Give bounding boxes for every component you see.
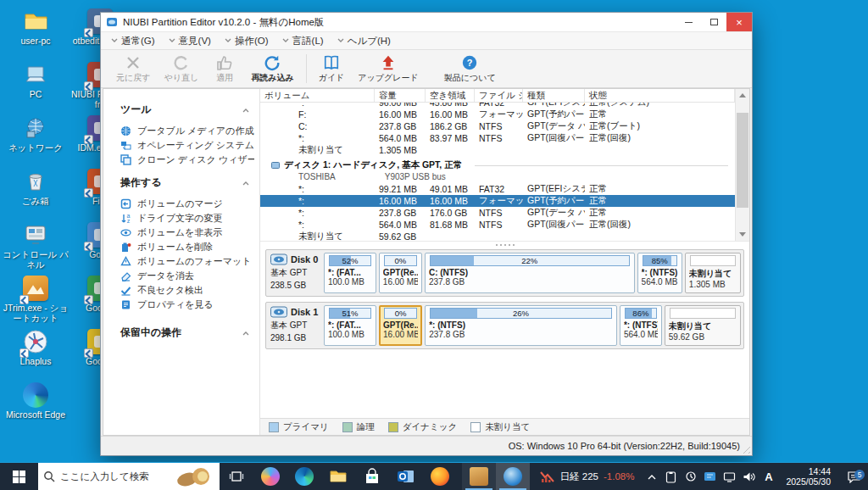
partition-block[interactable]: 未割り当て 59.62 GB [665,305,741,346]
shortcut-arrow-icon [84,81,93,91]
tray-clipboard-icon[interactable] [662,463,680,490]
taskbar-app-explorer[interactable] [321,463,355,490]
menu-item[interactable]: 言語(L) [279,33,331,49]
column-header[interactable]: 空き領域 [426,89,475,102]
menu-item[interactable]: ヘルプ(H) [334,33,398,49]
disk1-info[interactable]: Disk 1 基本 GPT 298.1 GB [269,305,321,346]
desktop-icon-edge[interactable]: Microsoft Edge [3,381,68,434]
resize-grip[interactable] [740,443,750,454]
volume-row[interactable]: *: 99.21 MB 49.01 MB FAT32 GPT(EFIシステム..… [260,183,735,195]
news-widget[interactable]: 日経 225 -1.08% [531,463,643,490]
scroll-down-icon[interactable] [736,228,749,241]
taskbar-app-niubi[interactable] [496,463,530,490]
sidebar-item-clone-disk[interactable]: クローン ディスク ウィザード [120,153,254,167]
start-button[interactable] [0,463,38,490]
tray-display-icon[interactable] [701,463,719,490]
partition-block[interactable]: 26% *: (NTFS) 237.8 GB [425,305,617,346]
sidebar-item-properties[interactable]: プロパティを見る [120,298,254,312]
partition-block[interactable]: 86% *: (NTFS) 564.0 MB [620,305,662,346]
partition-block[interactable]: 85% *: (NTFS) 564.0 MB [637,253,682,293]
sidebar-item-delete-volume[interactable]: ボリュームを削除 [120,240,254,254]
volume-row[interactable]: 未割り当て 59.62 GB [260,231,735,241]
sidebar-section-pending[interactable]: 保留中の操作 [120,326,254,340]
hidden-icons-chevron[interactable] [643,463,660,490]
volume-row[interactable]: *: 16.00 MB 16.00 MB フォーマットさ... GPT(予約パー… [260,195,735,207]
column-header[interactable]: ボリューム [260,89,375,102]
volume-row[interactable]: *: 237.8 GB 176.0 GB NTFS GPT(データ パーテ...… [260,207,735,219]
volume-row[interactable]: *: 96.00 MB 45.80 MB FAT32 GPT(EFIシステム..… [260,103,735,109]
maximize-button[interactable] [701,13,726,31]
action-center-button[interactable]: 5 [839,471,868,483]
splitter-handle[interactable] [260,242,749,248]
disk1-group-header[interactable]: ディスク 1: ハードディスク, 基本 GPT, 正常 [260,159,735,172]
volume-row[interactable]: *: 564.0 MB 83.97 MB NTFS GPT(回復パーティ... … [260,132,735,144]
disk0-info[interactable]: Disk 0 基本 GPT 238.5 GB [269,253,321,293]
sidebar-item-erase-data[interactable]: データを消去 [120,269,254,283]
desktop-icon-jtrim[interactable]: JTrim.exe - ショートカット [3,274,68,327]
sidebar-item-hide-volume[interactable]: ボリュームを非表示 [120,226,254,240]
column-header[interactable]: 状態 [585,89,735,102]
taskbar-app-copilot[interactable] [253,463,287,490]
legend-swatch [388,422,398,432]
undo-button[interactable]: 元に戻す [109,53,157,86]
about-button[interactable]: ? 製品について [437,53,503,86]
table-scrollbar[interactable] [735,89,749,241]
sidebar-item-os-migration[interactable]: オペレーティング システムの移行... [120,138,254,153]
column-header[interactable]: 容量 [375,89,426,102]
taskbar-app-store[interactable] [355,463,389,490]
menu-item[interactable]: 操作(O) [221,33,275,49]
volume-row[interactable]: C: 237.8 GB 186.2 GB NTFS GPT(データ パーテ...… [260,120,735,132]
search-highlight-image[interactable] [175,465,214,489]
sidebar-item-bad-sector-scan[interactable]: 不良セクタ検出 [120,283,254,298]
guide-button[interactable]: ガイド [312,53,352,86]
desktop-icon-control-panel[interactable]: コントロール パネル [3,220,68,274]
volume-row[interactable]: 未割り当て 1.305 MB [260,144,735,156]
desktop-icon-lhaplus[interactable]: Lhaplus [3,327,68,381]
sidebar-item-format-volume[interactable]: ボリュームのフォーマット [120,254,254,269]
partition-block[interactable]: 22% C: (NTFS) 237.8 GB [425,253,635,293]
partition-block[interactable]: 未割り当て 1.305 MB [685,253,741,293]
desktop-icon-recycle-bin[interactable]: ごみ箱 [3,167,68,220]
table-header[interactable]: ボリューム 容量 空き領域 ファイル シス... 種類 状態 [260,89,735,103]
sidebar-item-merge-volume[interactable]: ボリュームのマージ [120,197,254,211]
partition-block[interactable]: 0% GPT(Re... 16.00 MB [379,253,422,293]
apply-button[interactable]: 適用 [205,53,244,86]
desktop-icon-user-pc[interactable]: user-pc [3,7,68,60]
minimize-button[interactable] [676,13,701,31]
partition-block[interactable]: 51% *: (FAT... 100.0 MB [324,305,376,346]
sidebar-section-operations[interactable]: 操作する [120,175,254,190]
column-header[interactable]: 種類 [523,89,585,102]
partition-block[interactable]: 52% *: (FAT... 100.0 MB [324,253,376,293]
clock[interactable]: 14:44 2025/05/30 [779,466,837,487]
volume-row[interactable]: *: 564.0 MB 81.68 MB NTFS GPT(回復パーティ... … [260,219,735,231]
sidebar-section-tools[interactable]: ツール [120,103,254,117]
tray-sync-icon[interactable] [682,463,699,490]
speaker-icon[interactable] [740,463,758,490]
menu-item[interactable]: 意見(V) [165,33,218,49]
taskbar-app-firefox[interactable] [423,463,457,490]
scroll-up-icon[interactable] [736,89,749,102]
ime-mode-indicator[interactable]: A [760,463,777,490]
menu-item[interactable]: 通常(G) [108,33,162,49]
task-view-button[interactable] [220,463,253,490]
upgrade-button[interactable]: アップグレード [351,53,425,86]
sidebar-item-change-drive-letter[interactable]: az ドライブ文字の変更 [120,211,254,226]
partition-block[interactable]: 0% GPT(Re... 16.00 MB [379,305,422,346]
desktop-icon-pc[interactable]: PC [3,60,68,114]
eraser-icon [120,270,131,281]
redo-button[interactable]: やり直し [157,53,205,86]
column-header[interactable]: ファイル シス... [475,89,523,102]
scrollbar-thumb[interactable] [737,113,748,208]
volume-row[interactable]: F: 16.00 MB 16.00 MB フォーマットさ... GPT(予約パー… [260,109,735,120]
titlebar[interactable]: NIUBI Partition Editor v10.2.0 - 無料のHome… [101,13,752,31]
taskbar-app-edge[interactable] [287,463,321,490]
taskbar-app-outlook[interactable] [389,463,423,490]
search-box[interactable]: ここに入力して検索 [38,463,220,490]
desktop-icon-network[interactable]: ネットワーク [3,114,68,167]
close-button[interactable]: × [726,13,752,31]
taskbar-app-jtrim[interactable] [462,463,496,490]
reload-button[interactable]: 再読み込み [244,53,300,86]
edge-icon [295,467,314,486]
network-icon[interactable] [721,463,738,490]
sidebar-item-bootable-media[interactable]: ブータブル メディアの作成 [120,124,254,138]
